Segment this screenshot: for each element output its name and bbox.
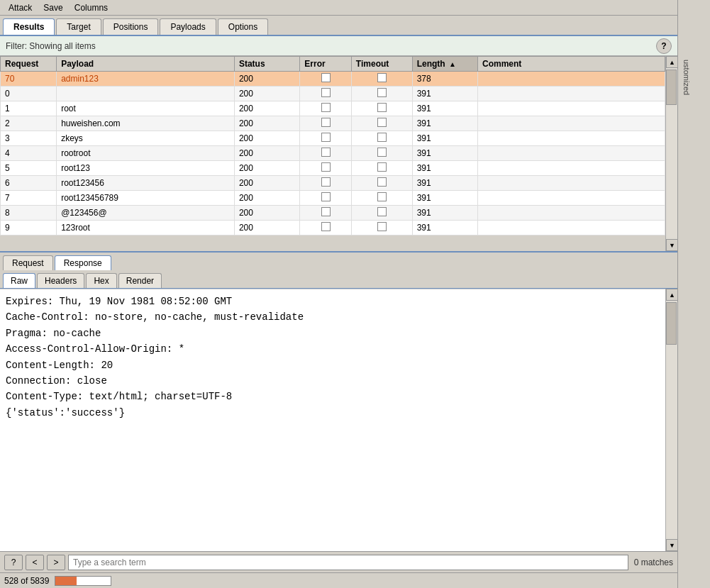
cell-error	[300, 161, 352, 176]
cell-status: 200	[234, 101, 299, 116]
scroll-up-btn[interactable]: ▲	[666, 56, 677, 68]
cell-status: 200	[234, 161, 299, 176]
cell-request: 0	[1, 87, 57, 101]
sub-tab-render[interactable]: Render	[118, 273, 162, 288]
cell-comment	[478, 206, 665, 221]
content-scroll-down[interactable]: ▼	[666, 539, 677, 551]
cell-error	[300, 72, 352, 87]
col-header-comment[interactable]: Comment	[478, 57, 665, 72]
tab-payloads[interactable]: Payloads	[160, 18, 216, 35]
right-panel: ustomized	[677, 0, 710, 588]
cell-length: 391	[412, 131, 477, 146]
cell-comment	[478, 101, 665, 116]
cell-timeout	[351, 101, 412, 116]
sub-tab-headers[interactable]: Headers	[37, 273, 84, 288]
scroll-track[interactable]	[666, 68, 677, 239]
cell-payload: rootroot	[57, 146, 235, 161]
scroll-thumb[interactable]	[666, 70, 677, 105]
cell-request: 4	[1, 146, 57, 161]
cell-length: 391	[412, 87, 477, 101]
menu-bar: Attack Save Columns	[0, 0, 677, 16]
cell-timeout	[351, 206, 412, 221]
status-bar: 528 of 5839	[0, 572, 677, 588]
cell-status: 200	[234, 131, 299, 146]
col-header-payload[interactable]: Payload	[57, 57, 235, 72]
col-header-length[interactable]: Length ▲	[412, 57, 477, 72]
tab-response[interactable]: Response	[55, 255, 111, 270]
cell-payload: root	[57, 101, 235, 116]
sub-tab-hex[interactable]: Hex	[86, 273, 116, 288]
content-line: Expires: Thu, 19 Nov 1981 08:52:00 GMT	[6, 294, 660, 309]
tab-results[interactable]: Results	[3, 18, 55, 35]
content-scrollbar[interactable]: ▲ ▼	[665, 289, 677, 551]
cell-error	[300, 191, 352, 206]
col-header-status[interactable]: Status	[234, 57, 299, 72]
table-row[interactable]: 2huweishen.com200391	[1, 116, 665, 131]
table-row[interactable]: 6root123456200391	[1, 176, 665, 191]
content-outer: Expires: Thu, 19 Nov 1981 08:52:00 GMTCa…	[0, 289, 677, 551]
content-scroll-track[interactable]	[666, 301, 677, 539]
table-row[interactable]: 7root123456789200391	[1, 191, 665, 206]
cell-status: 200	[234, 221, 299, 235]
cell-timeout	[351, 116, 412, 131]
table-scrollbar[interactable]: ▲ ▼	[665, 56, 677, 251]
sub-tab-raw[interactable]: Raw	[3, 273, 35, 288]
cell-length: 391	[412, 101, 477, 116]
cell-request: 7	[1, 191, 57, 206]
tab-positions[interactable]: Positions	[103, 18, 159, 35]
table-row[interactable]: 0200391	[1, 87, 665, 101]
cell-length: 391	[412, 146, 477, 161]
tab-options[interactable]: Options	[218, 18, 268, 35]
col-header-timeout[interactable]: Timeout	[351, 57, 412, 72]
table-row[interactable]: 70admin123200378	[1, 72, 665, 87]
next-btn[interactable]: >	[47, 555, 65, 570]
cell-error	[300, 176, 352, 191]
req-resp-tabs: Request Response	[0, 253, 677, 270]
cell-payload: root123456789	[57, 191, 235, 206]
scroll-down-btn[interactable]: ▼	[666, 239, 677, 251]
table-row[interactable]: 8@123456@200391	[1, 206, 665, 221]
cell-timeout	[351, 87, 412, 101]
content-line: Access-Control-Allow-Origin: *	[6, 341, 660, 357]
table-row[interactable]: 3zkeys200391	[1, 131, 665, 146]
col-header-error[interactable]: Error	[300, 57, 352, 72]
menu-attack[interactable]: Attack	[3, 1, 38, 14]
sub-tabs: Raw Headers Hex Render	[0, 270, 677, 289]
menu-save[interactable]: Save	[38, 1, 68, 14]
cell-length: 391	[412, 116, 477, 131]
cell-timeout	[351, 131, 412, 146]
main-content: Attack Save Columns Results Target Posit…	[0, 0, 677, 588]
content-scroll-thumb[interactable]	[666, 302, 677, 345]
cell-payload	[57, 87, 235, 101]
cell-timeout	[351, 221, 412, 235]
menu-columns[interactable]: Columns	[69, 1, 113, 14]
cell-status: 200	[234, 87, 299, 101]
help-icon-btn[interactable]: ?	[4, 555, 23, 570]
prev-prev-btn[interactable]: <	[26, 555, 44, 570]
table-row[interactable]: 1root200391	[1, 101, 665, 116]
cell-status: 200	[234, 176, 299, 191]
col-header-request[interactable]: Request	[1, 57, 57, 72]
cell-comment	[478, 116, 665, 131]
table-row[interactable]: 4rootroot200391	[1, 146, 665, 161]
cell-comment	[478, 176, 665, 191]
cell-payload: admin123	[57, 72, 235, 87]
table-row[interactable]: 9123root200391	[1, 221, 665, 235]
content-scroll-up[interactable]: ▲	[666, 289, 677, 301]
cell-payload: root123	[57, 161, 235, 176]
cell-comment	[478, 146, 665, 161]
cell-timeout	[351, 176, 412, 191]
cell-length: 391	[412, 206, 477, 221]
content-line: Cache-Control: no-store, no-cache, must-…	[6, 309, 660, 325]
help-button[interactable]: ?	[656, 38, 672, 54]
cell-error	[300, 131, 352, 146]
cell-length: 391	[412, 161, 477, 176]
tab-target[interactable]: Target	[56, 18, 101, 35]
tab-request[interactable]: Request	[3, 255, 53, 270]
table-row[interactable]: 5root123200391	[1, 161, 665, 176]
search-input[interactable]	[68, 555, 628, 570]
cell-length: 378	[412, 72, 477, 87]
cell-status: 200	[234, 146, 299, 161]
cell-request: 6	[1, 176, 57, 191]
cell-payload: root123456	[57, 176, 235, 191]
